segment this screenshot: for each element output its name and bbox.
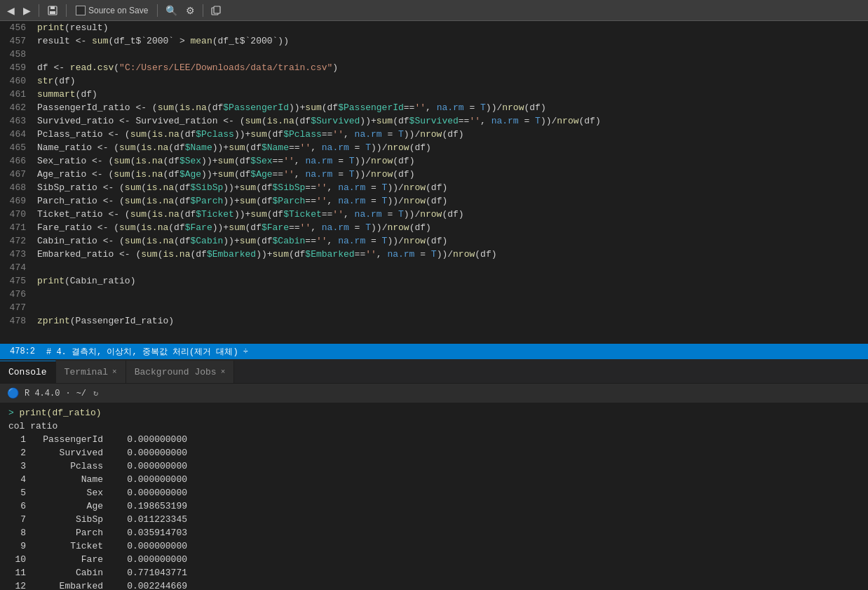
col-header: col ratio xyxy=(8,421,57,431)
line-number: 461 xyxy=(0,88,32,101)
line-number: 473 xyxy=(0,248,32,261)
line-content: print(Cabin_ratio) xyxy=(32,274,868,288)
row-col-name: Survived xyxy=(26,446,103,460)
tab-console[interactable]: Console xyxy=(0,361,56,383)
row-col-val: 0.198653199 xyxy=(103,500,187,513)
forward-button[interactable]: ▶ xyxy=(20,4,34,18)
line-number: 472 xyxy=(0,234,32,248)
svg-rect-2 xyxy=(50,11,55,14)
console-table-row: 5 Sex 0.000000000 xyxy=(8,486,860,500)
line-number: 460 xyxy=(0,74,32,88)
line-number: 475 xyxy=(0,274,32,288)
row-col-val: 0.771043771 xyxy=(103,566,187,579)
code-line: 464Pclass_ratio <- (sum(is.na(df$Pclass)… xyxy=(0,128,868,141)
code-line: 469Parch_ratio <- (sum(is.na(df$Parch))+… xyxy=(0,194,868,208)
row-col-val: 0.000000000 xyxy=(103,539,187,553)
line-content: result <- sum(df_t$`2000` > mean(df_t$`2… xyxy=(32,34,868,48)
console-table-row: 1 PassengerId 0.000000000 xyxy=(8,433,860,446)
row-col-name: PassengerId xyxy=(26,433,103,446)
line-content: PassengerId_ratio <- (sum(is.na(df$Passe… xyxy=(32,101,868,114)
line-number: 458 xyxy=(0,48,32,61)
search-button[interactable]: 🔍 xyxy=(163,4,180,18)
row-num: 5 xyxy=(8,486,26,500)
line-content: Pclass_ratio <- (sum(is.na(df$Pclass))+s… xyxy=(32,128,868,141)
line-content: Fare_ratio <- (sum(is.na(df$Fare))+sum(d… xyxy=(32,221,868,234)
console-table-row: 2 Survived 0.000000000 xyxy=(8,446,860,460)
tab-close-button[interactable]: × xyxy=(112,368,117,376)
code-line: 476 xyxy=(0,288,868,301)
status-line-col: 478:2 xyxy=(10,347,35,356)
line-number: 470 xyxy=(0,208,32,221)
row-num: 7 xyxy=(8,513,26,526)
console-content: > print(df_ratio) col ratio1 PassengerId… xyxy=(0,403,868,590)
code-line: 466Sex_ratio <- (sum(is.na(df$Sex))+sum(… xyxy=(0,154,868,168)
tab-terminal[interactable]: Terminal× xyxy=(56,361,126,383)
back-button[interactable]: ◀ xyxy=(4,4,18,18)
tab-label: Terminal xyxy=(65,367,108,377)
row-num: 3 xyxy=(8,460,26,473)
code-line: 470Ticket_ratio <- (sum(is.na(df$Ticket)… xyxy=(0,208,868,221)
code-line: 457result <- sum(df_t$`2000` > mean(df_t… xyxy=(0,34,868,48)
svg-rect-4 xyxy=(214,6,220,13)
source-on-save-button[interactable]: Source on Save xyxy=(72,4,152,17)
line-content: df <- read.csv("C:/Users/LEE/Downloads/d… xyxy=(32,61,868,74)
code-editor[interactable]: 456print(result)457result <- sum(df_t$`2… xyxy=(0,21,868,344)
code-line: 460str(df) xyxy=(0,74,868,88)
code-line: 463Survived_ratio <- Survived_ration <- … xyxy=(0,114,868,128)
row-col-val: 0.000000000 xyxy=(103,486,187,500)
line-number: 463 xyxy=(0,114,32,128)
code-lines: 456print(result)457result <- sum(df_t$`2… xyxy=(0,21,868,328)
settings-button[interactable]: ⚙ xyxy=(183,4,198,18)
console-path-separator: · xyxy=(65,389,70,398)
code-line: 478zprint(PassengerId_ratio) xyxy=(0,314,868,328)
row-col-val: 0.000000000 xyxy=(103,446,187,460)
row-col-name: Ticket xyxy=(26,539,103,553)
tab-close-button[interactable]: × xyxy=(221,368,226,376)
row-num: 8 xyxy=(8,526,26,539)
row-col-name: Age xyxy=(26,500,103,513)
line-content: Age_ratio <- (sum(is.na(df$Age))+sum(df$… xyxy=(32,168,868,181)
copy-button[interactable] xyxy=(208,4,224,17)
console-table-row: 8 Parch 0.035914703 xyxy=(8,526,860,539)
code-line: 475print(Cabin_ratio) xyxy=(0,274,868,288)
line-content: Cabin_ratio <- (sum(is.na(df$Cabin))+sum… xyxy=(32,234,868,248)
line-content: print(result) xyxy=(32,21,868,34)
line-content: zprint(PassengerId_ratio) xyxy=(32,314,868,328)
save-button[interactable] xyxy=(44,4,61,18)
tab-label: Console xyxy=(8,367,47,377)
source-on-save-checkbox[interactable] xyxy=(76,6,86,15)
row-col-val: 0.000000000 xyxy=(103,553,187,566)
code-line: 456print(result) xyxy=(0,21,868,34)
line-number: 477 xyxy=(0,301,32,314)
row-col-name: Cabin xyxy=(26,566,103,579)
line-content: Sex_ratio <- (sum(is.na(df$Sex))+sum(df$… xyxy=(32,154,868,168)
status-position: 478:2 xyxy=(6,344,39,359)
console-prompt-char: > xyxy=(8,408,14,418)
code-line: 462PassengerId_ratio <- (sum(is.na(df$Pa… xyxy=(0,101,868,114)
line-number: 467 xyxy=(0,168,32,181)
line-number: 469 xyxy=(0,194,32,208)
console-area[interactable]: > print(df_ratio) col ratio1 PassengerId… xyxy=(0,403,868,590)
tab-background-jobs[interactable]: Background Jobs× xyxy=(126,361,235,383)
code-line: 471Fare_ratio <- (sum(is.na(df$Fare))+su… xyxy=(0,221,868,234)
line-number: 478 xyxy=(0,314,32,328)
console-table-row: 11 Cabin 0.771043771 xyxy=(8,566,860,579)
line-content: Embarked_ratio <- (sum(is.na(df$Embarked… xyxy=(32,248,868,261)
row-num: 9 xyxy=(8,539,26,553)
code-line: 461summart(df) xyxy=(0,88,868,101)
row-num: 4 xyxy=(8,473,26,486)
console-nav-icon[interactable]: ↻ xyxy=(93,388,98,398)
r-version-label: R 4.4.0 xyxy=(25,389,60,398)
row-col-name: Embarked xyxy=(26,579,103,590)
line-number: 464 xyxy=(0,128,32,141)
line-content xyxy=(32,288,868,301)
line-content xyxy=(32,48,868,61)
source-on-save-label: Source on Save xyxy=(88,6,148,15)
line-content xyxy=(32,301,868,314)
row-col-name: Sex xyxy=(26,486,103,500)
code-line: 459df <- read.csv("C:/Users/LEE/Download… xyxy=(0,61,868,74)
status-section-info: # 4. 결측치, 이상치, 중복값 처리(제거 대체) ÷ xyxy=(39,346,862,358)
line-content: summart(df) xyxy=(32,88,868,101)
console-prompt-line: > print(df_ratio) xyxy=(8,406,860,420)
code-line: 474 xyxy=(0,261,868,274)
